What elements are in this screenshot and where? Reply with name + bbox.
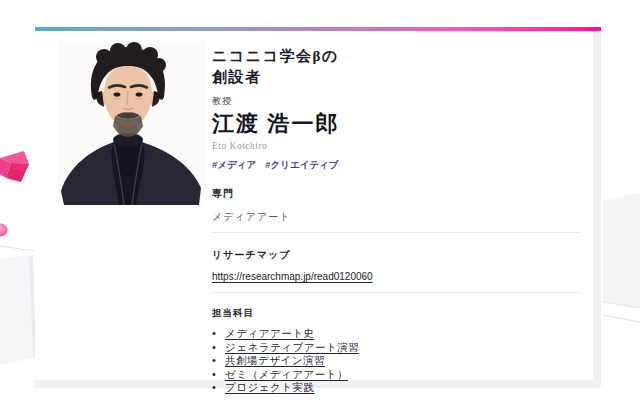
course-link[interactable]: ゼミ（メディアアート） — [225, 368, 348, 380]
courses-list: メディアアート史ジェネラティブアート演習共創場デザイン演習ゼミ（メディアアート）… — [212, 327, 593, 395]
hashtag-chip[interactable]: #クリエイティブ — [265, 159, 338, 170]
faculty-profile-page: ニコニコ学会βの 創設者 教授 江渡 浩一郎 Eto Koichiro #メディ… — [0, 0, 640, 405]
profile-tags: #メディア#クリエイティブ — [212, 159, 593, 172]
researchmap-link[interactable]: https://researchmap.jp/read0120060 — [212, 271, 373, 282]
profile-card: ニコニコ学会βの 創設者 教授 江渡 浩一郎 Eto Koichiro #メディ… — [35, 27, 601, 388]
course-link[interactable]: プロジェクト実践 — [225, 381, 314, 393]
course-list-item: プロジェクト実践 — [212, 381, 593, 395]
specialty-value: メディアアート — [212, 210, 593, 224]
portrait-illustration — [58, 41, 206, 205]
pink-sphere-decoration — [0, 223, 9, 238]
courses-label: 担当科目 — [212, 307, 593, 320]
researchmap-label: リサーチマップ — [212, 248, 593, 262]
hashtag-chip[interactable]: #メディア — [212, 159, 256, 170]
white-slab-right-decoration — [601, 188, 640, 330]
profile-name-romaji: Eto Koichiro — [212, 141, 593, 151]
profile-title-line1: ニコニコ学会βの — [212, 48, 339, 64]
section-divider — [212, 232, 580, 233]
course-list-item: メディアアート史 — [212, 327, 593, 341]
profile-title: ニコニコ学会βの 創設者 — [212, 46, 593, 88]
course-list-item: ゼミ（メディアアート） — [212, 368, 593, 382]
profile-title-line2: 創設者 — [212, 69, 262, 85]
white-slab-left-decoration — [0, 240, 38, 370]
course-link[interactable]: ジェネラティブアート演習 — [225, 341, 359, 353]
course-link[interactable]: メディアアート史 — [225, 327, 314, 339]
profile-name: 江渡 浩一郎 — [212, 111, 593, 137]
profile-photo — [58, 41, 206, 205]
course-list-item: ジェネラティブアート演習 — [212, 341, 593, 355]
specialty-label: 専門 — [212, 187, 593, 201]
profile-role: 教授 — [212, 95, 593, 108]
pink-gem-decoration — [0, 150, 32, 188]
course-list-item: 共創場デザイン演習 — [212, 354, 593, 368]
section-divider — [212, 292, 580, 293]
course-link[interactable]: 共創場デザイン演習 — [225, 354, 325, 366]
